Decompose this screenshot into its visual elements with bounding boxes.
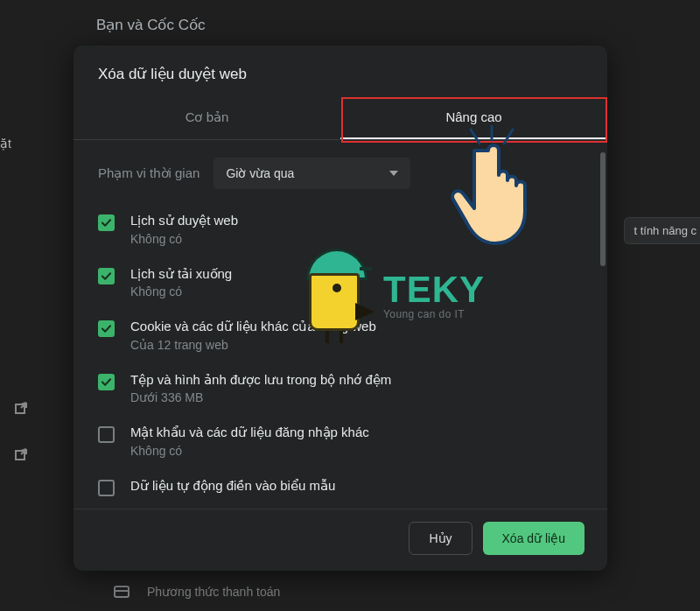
tab-advanced[interactable]: Nâng cao <box>340 97 607 139</box>
sidebar-truncated-text: ặt <box>0 137 11 151</box>
background-payment-label: Phương thức thanh toán <box>147 585 280 599</box>
data-type-checkbox[interactable] <box>98 374 115 390</box>
cancel-button[interactable]: Hủy <box>409 522 472 555</box>
dialog-footer: Hủy Xóa dữ liệu <box>74 509 607 571</box>
tab-basic[interactable]: Cơ bản <box>74 97 340 139</box>
page-section-title: Bạn và Cốc Cốc <box>96 16 205 34</box>
data-type-checkbox[interactable] <box>98 426 115 443</box>
dialog-tabs: Cơ bản Nâng cao <box>74 97 607 139</box>
data-type-checkbox[interactable] <box>98 214 115 231</box>
dialog-scroll-area: Phạm vi thời gian Giờ vừa qua Lịch sử du… <box>74 140 607 509</box>
scrollbar-thumb[interactable] <box>600 152 606 266</box>
chevron-down-icon <box>389 171 398 176</box>
data-type-item: Lịch sử tải xuốngKhông có <box>98 256 593 310</box>
dialog-title: Xóa dữ liệu duyệt web <box>74 46 607 97</box>
data-type-subtitle: Không có <box>130 284 232 298</box>
clear-browsing-data-dialog: Xóa dữ liệu duyệt web Cơ bản Nâng cao Ph… <box>74 46 607 571</box>
clear-data-button[interactable]: Xóa dữ liệu <box>483 522 584 555</box>
open-external-icon <box>12 447 28 463</box>
tab-underline <box>340 137 607 139</box>
data-type-title: Lịch sử tải xuống <box>130 265 232 283</box>
time-range-label: Phạm vi thời gian <box>98 165 200 181</box>
time-range-value: Giờ vừa qua <box>226 166 294 180</box>
background-payment-row: Phương thức thanh toán <box>114 585 280 599</box>
data-type-checkbox[interactable] <box>98 320 115 337</box>
data-type-title: Lịch sử duyệt web <box>130 212 238 229</box>
data-type-title: Mật khẩu và các dữ liệu đăng nhập khác <box>130 424 369 441</box>
data-type-subtitle: Dưới 336 MB <box>130 390 391 404</box>
data-type-item: Lịch sử duyệt webKhông có <box>98 203 593 256</box>
open-external-icon <box>12 401 28 417</box>
card-icon <box>114 586 130 598</box>
data-type-subtitle: Không có <box>130 444 369 458</box>
data-type-subtitle: Không có <box>130 232 238 246</box>
data-type-item: Tệp và hình ảnh được lưu trong bộ nhớ đệ… <box>98 362 593 416</box>
data-type-item: Cookie và các dữ liệu khác của trang web… <box>98 309 593 362</box>
data-type-checkbox[interactable] <box>98 480 115 496</box>
data-type-title: Cookie và các dữ liệu khác của trang web <box>130 318 376 335</box>
data-type-title: Dữ liệu tự động điền vào biểu mẫu <box>130 477 335 495</box>
background-feature-pill: t tính năng c <box>624 217 700 244</box>
data-type-subtitle: Của 12 trang web <box>130 338 376 352</box>
data-type-checkbox[interactable] <box>98 268 115 284</box>
data-type-item: Mật khẩu và các dữ liệu đăng nhập khácKh… <box>98 415 593 468</box>
data-type-item: Dữ liệu tự động điền vào biểu mẫu <box>98 468 593 507</box>
time-range-dropdown[interactable]: Giờ vừa qua <box>214 158 410 189</box>
data-type-title: Tệp và hình ảnh được lưu trong bộ nhớ đệ… <box>130 371 391 389</box>
